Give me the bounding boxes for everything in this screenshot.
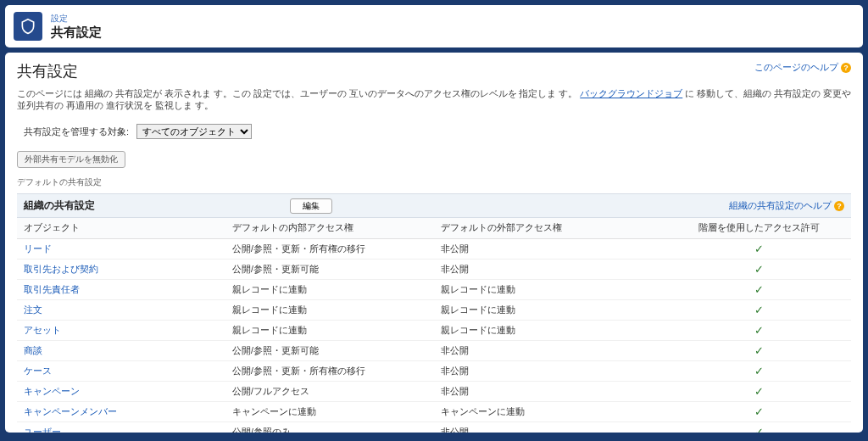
cell-object[interactable]: 取引先および契約	[17, 260, 225, 280]
page-header-card: 設定 共有設定	[5, 5, 863, 47]
table-row: アセット親レコードに連動親レコードに連動✓	[17, 321, 851, 341]
cell-internal: 親レコードに連動	[225, 300, 434, 321]
cell-external: 非公開	[434, 361, 668, 382]
content-frame[interactable]: 共有設定 このページのヘルプ ? このページには 組織の 共有設定が 表示されま…	[5, 53, 863, 433]
cell-internal: 公開/フルアクセス	[225, 382, 434, 402]
cell-internal: 親レコードに連動	[225, 321, 434, 341]
cell-object[interactable]: ケース	[17, 361, 225, 382]
table-row: キャンペーン公開/フルアクセス非公開✓	[17, 382, 851, 402]
cell-internal: 公開/参照のみ	[225, 422, 434, 433]
page-help-label: このページのヘルプ	[754, 61, 838, 74]
col-hierarchy: 階層を使用したアクセス許可	[668, 218, 851, 239]
cell-object[interactable]: キャンペーンメンバー	[17, 402, 225, 422]
table-row: ケース公開/参照・更新・所有権の移行非公開✓	[17, 361, 851, 382]
cell-internal: 公開/参照・更新可能	[225, 341, 434, 361]
cell-hierarchy: ✓	[668, 260, 851, 280]
cell-hierarchy: ✓	[668, 300, 851, 321]
table-row: リード公開/参照・更新・所有権の移行非公開✓	[17, 239, 851, 260]
cell-internal: 公開/参照・更新・所有権の移行	[225, 239, 434, 260]
cell-object[interactable]: アセット	[17, 321, 225, 341]
table-row: キャンペーンメンバーキャンペーンに連動キャンペーンに連動✓	[17, 402, 851, 422]
owd-table: オブジェクト デフォルトの内部アクセス権 デフォルトの外部アクセス権 階層を使用…	[17, 218, 851, 433]
cell-internal: 公開/参照・更新可能	[225, 260, 434, 280]
cell-object[interactable]: 取引先責任者	[17, 280, 225, 300]
table-row: 取引先責任者親レコードに連動親レコードに連動✓	[17, 280, 851, 300]
page-title: 共有設定	[17, 61, 78, 81]
owd-section-title: 組織の共有設定	[24, 198, 95, 213]
edit-button[interactable]: 編集	[290, 198, 332, 214]
shield-icon	[14, 12, 42, 41]
cell-object[interactable]: ユーザー	[17, 422, 225, 433]
filter-select[interactable]: すべてのオブジェクト	[136, 124, 252, 139]
cell-object[interactable]: キャンペーン	[17, 382, 225, 402]
breadcrumb: 設定	[51, 13, 102, 25]
cell-external: 非公開	[434, 422, 668, 433]
help-icon: ?	[834, 201, 844, 211]
cell-external: 非公開	[434, 341, 668, 361]
page-header-title: 共有設定	[51, 25, 102, 41]
table-row: 取引先および契約公開/参照・更新可能非公開✓	[17, 260, 851, 280]
cell-hierarchy: ✓	[668, 402, 851, 422]
table-row: 商談公開/参照・更新可能非公開✓	[17, 341, 851, 361]
owd-help-label: 組織の共有設定のヘルプ	[729, 199, 832, 212]
disable-external-sharing-button[interactable]: 外部共有モデルを無効化	[17, 151, 125, 168]
cell-external: 非公開	[434, 382, 668, 402]
table-row: ユーザー公開/参照のみ非公開✓	[17, 422, 851, 433]
cell-external: キャンペーンに連動	[434, 402, 668, 422]
cell-hierarchy: ✓	[668, 239, 851, 260]
filter-label: 共有設定を管理する対象:	[24, 126, 129, 137]
cell-object[interactable]: 注文	[17, 300, 225, 321]
cell-internal: キャンペーンに連動	[225, 402, 434, 422]
cell-external: 親レコードに連動	[434, 300, 668, 321]
col-external: デフォルトの外部アクセス権	[434, 218, 668, 239]
background-jobs-link[interactable]: バックグラウンドジョブ	[580, 88, 682, 98]
owd-section-header: 組織の共有設定 編集 組織の共有設定のヘルプ ?	[17, 193, 851, 218]
page-description: このページには 組織の 共有設定が 表示されま す。この 設定では、ユーザーの …	[17, 88, 851, 112]
cell-hierarchy: ✓	[668, 422, 851, 433]
header-text: 設定 共有設定	[51, 13, 102, 41]
cell-hierarchy: ✓	[668, 321, 851, 341]
cell-internal: 親レコードに連動	[225, 280, 434, 300]
table-header-row: オブジェクト デフォルトの内部アクセス権 デフォルトの外部アクセス権 階層を使用…	[17, 218, 851, 239]
cell-object[interactable]: リード	[17, 239, 225, 260]
desc-pre: このページには 組織の 共有設定が 表示されま す。この 設定では、ユーザーの …	[17, 88, 577, 98]
cell-hierarchy: ✓	[668, 280, 851, 300]
default-sharing-label: デフォルトの共有設定	[17, 176, 851, 188]
cell-object[interactable]: 商談	[17, 341, 225, 361]
cell-external: 親レコードに連動	[434, 280, 668, 300]
table-row: 注文親レコードに連動親レコードに連動✓	[17, 300, 851, 321]
cell-hierarchy: ✓	[668, 382, 851, 402]
col-internal: デフォルトの内部アクセス権	[225, 218, 434, 239]
filter-row: 共有設定を管理する対象: すべてのオブジェクト	[17, 124, 851, 139]
page-help-link[interactable]: このページのヘルプ ?	[754, 61, 851, 74]
cell-hierarchy: ✓	[668, 341, 851, 361]
cell-external: 非公開	[434, 260, 668, 280]
owd-help-link[interactable]: 組織の共有設定のヘルプ ?	[729, 199, 844, 212]
col-object: オブジェクト	[17, 218, 225, 239]
cell-external: 親レコードに連動	[434, 321, 668, 341]
help-icon: ?	[841, 63, 851, 73]
cell-hierarchy: ✓	[668, 361, 851, 382]
cell-internal: 公開/参照・更新・所有権の移行	[225, 361, 434, 382]
cell-external: 非公開	[434, 239, 668, 260]
